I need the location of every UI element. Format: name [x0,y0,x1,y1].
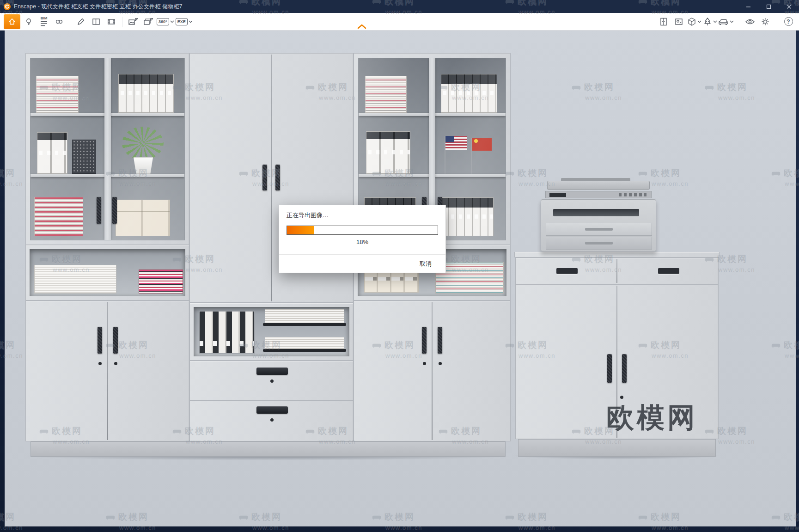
toolbar: BIM [0,13,799,31]
door-handle [113,327,118,354]
chevron-down-icon [730,20,734,23]
keyhole [620,396,623,399]
bim-button[interactable]: BIM [37,15,51,29]
drawer-top [189,361,354,400]
chevron-down-icon [189,20,193,23]
help-button[interactable]: ? [781,15,795,29]
wall-unit-base [30,441,506,457]
panels-icon [91,17,101,26]
open-shelf-center [189,303,354,361]
tray [263,323,346,326]
china-flag [472,138,492,151]
panels-button[interactable] [89,15,103,29]
drawer-handle [256,367,288,375]
pen-icon [76,17,85,26]
chevron-down-icon [713,20,717,23]
film-icon [107,17,116,26]
magazine-stack [34,197,83,236]
close-button[interactable] [779,0,799,13]
keyhole [439,362,442,365]
tray [263,349,346,352]
door-handle [275,165,280,190]
cabinet-left-doors [25,300,189,441]
bim-label: BIM [41,16,48,20]
side-cabinet-doors [515,284,719,439]
badge-exe: EXE [176,18,188,25]
panorama-360-button[interactable]: 360° [157,15,174,29]
file-organizers [199,311,255,354]
open-shelf-left [25,245,189,300]
cabinet-right-doors [354,300,511,441]
material-editor-button[interactable] [672,15,686,29]
drawer-handle [556,268,578,274]
visibility-button[interactable] [743,15,757,29]
keyhole [98,362,102,365]
render-viewport[interactable] [5,31,796,526]
window-title: Enscape - 现代文件柜 柜支柜 文件柜密柜 立柜 办公文件柜 储物柜7 [14,3,183,11]
badge-360: 360° [157,18,169,25]
progress-bar [287,226,438,235]
us-flag [445,136,467,150]
door-handle [422,327,427,354]
binder-pair [37,132,67,174]
file-boxes [116,200,170,236]
asset-library-button[interactable] [657,15,671,29]
vegetation-button[interactable] [703,15,717,29]
open-shelf-center-interior [194,307,349,356]
maximize-button[interactable] [758,0,779,13]
printer-output-slot [553,209,639,216]
toolbar-separator [70,17,70,27]
drawer-handle [658,268,679,274]
printer-body [541,199,656,252]
paper-stack [34,265,116,294]
side-cabinet-top [514,252,720,257]
settings-button[interactable] [758,15,772,29]
batch-render-button[interactable] [141,15,155,29]
paper-stack [265,337,344,349]
open-shelf-left-interior [30,249,185,296]
printer-paper-tray [546,223,652,236]
side-cabinet-base [518,439,716,457]
video-editor-button[interactable] [104,15,118,29]
door-seam [432,302,433,440]
annotation-button[interactable] [74,15,88,29]
material-library-button[interactable] [687,15,701,29]
progress-fill [287,226,314,234]
printer-control-panel [545,191,652,198]
home-button[interactable] [4,14,20,29]
progress-percent-label: 18% [279,238,445,245]
box-icon [687,17,696,26]
collaboration-button[interactable] [52,15,66,29]
printer [541,178,656,252]
magazine-stack [36,76,79,113]
bookcase-left [25,53,189,245]
furniture-button[interactable] [719,15,734,29]
keyhole [270,418,274,422]
side-cabinet-drawers [515,257,719,284]
link-icon [55,17,64,26]
enscape-logo-icon [4,3,11,10]
door-handle [97,197,101,224]
binder-trio [366,131,410,174]
document-trays [263,308,346,354]
export-exe-button[interactable]: EXE [176,15,193,29]
door-handle [98,327,102,354]
help-icon: ? [784,17,793,26]
toolbar-collapse-chevron-icon[interactable] [357,23,367,31]
bulb-icon [24,17,33,26]
door-handle [607,354,612,383]
screenshot-export-button[interactable] [126,15,140,29]
bookcase-left-interior [30,58,185,240]
minimize-button[interactable] [738,0,758,13]
plant [122,127,164,160]
sofa-icon [719,17,729,26]
door-handle [438,327,442,354]
cancel-button[interactable]: 取消 [420,260,432,268]
visual-settings-button[interactable] [22,15,36,29]
plant-pot [132,157,154,174]
keyhole [423,362,426,365]
keyhole [270,379,274,383]
paper-stack [265,309,344,323]
images-stack-icon [143,17,153,26]
printer-display [549,193,566,197]
